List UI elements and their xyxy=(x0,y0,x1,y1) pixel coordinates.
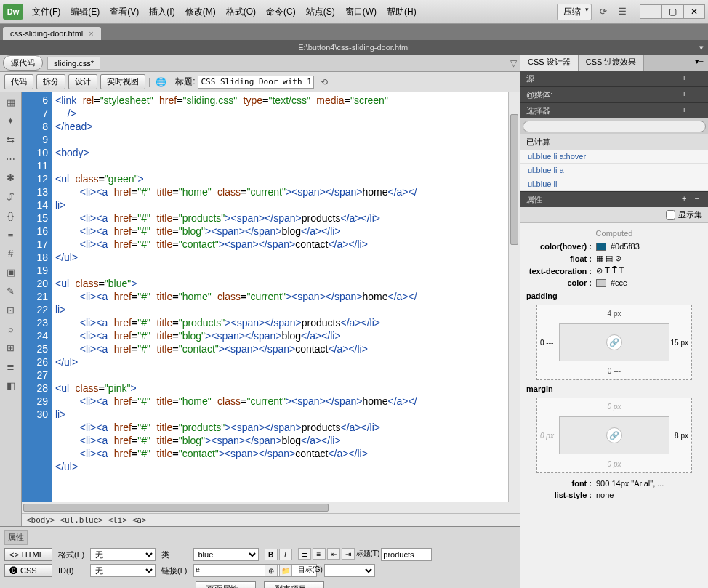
indent-button[interactable]: ⇥ xyxy=(342,548,355,560)
padding-label: padding xyxy=(526,291,702,300)
tool-icon[interactable]: ◧ xyxy=(4,379,17,392)
tag-breadcrumb[interactable]: <body> <ul.blue> <li> <a> xyxy=(22,513,520,526)
link-icon[interactable]: 🔗 xyxy=(606,334,622,350)
refresh-icon[interactable]: ⟲ xyxy=(317,75,331,89)
target-select[interactable] xyxy=(324,564,375,577)
code-editor[interactable]: <link rel="stylesheet" href="sliding.css… xyxy=(52,92,508,502)
menu-insert[interactable]: 插入(I) xyxy=(145,4,179,20)
line-gutter: 6789101112131415161718192021222324252627… xyxy=(22,92,52,502)
italic-button[interactable]: I xyxy=(279,549,292,560)
close-icon[interactable]: × xyxy=(89,29,93,38)
filter-icon[interactable]: ▽ xyxy=(510,58,517,68)
menu-site[interactable]: 站点(S) xyxy=(302,4,339,20)
panel-menu-icon[interactable]: ▾≡ xyxy=(691,55,708,71)
titlebar: Dw 文件(F) 编辑(E) 查看(V) 插入(I) 修改(M) 格式(O) 命… xyxy=(0,0,708,24)
link-target-icon[interactable]: ⊕ xyxy=(265,565,278,576)
tool-icon[interactable]: ▦ xyxy=(4,95,17,108)
properties-panel: 属性 <> HTML 🅒 CSS 格式(F) 无 类 blue B I ≣ ≡ … xyxy=(0,526,520,588)
menu-modify[interactable]: 修改(M) xyxy=(181,4,220,20)
format-label: 格式(F) xyxy=(58,549,84,560)
float-icons[interactable]: ▦ ▤ ⊘ xyxy=(596,254,621,263)
sources-header[interactable]: 源+ − xyxy=(520,71,708,86)
menu-help[interactable]: 帮助(H) xyxy=(382,4,421,20)
layout-compact-button[interactable]: 压缩 xyxy=(557,4,592,20)
tool-icon[interactable]: # xyxy=(4,246,17,259)
code-toolbar: ▦ ✦ ⇆ ⋯ ✱ ⇵ {} ≡ # ▣ ✎ ⊡ ⌕ ⊞ ≣ ◧ xyxy=(0,92,22,526)
file-tab[interactable]: css-sliding-door.html × xyxy=(3,27,101,40)
selector-item[interactable]: ul.blue li a xyxy=(520,164,708,177)
link-icon[interactable]: 🔗 xyxy=(606,427,622,443)
menu-file[interactable]: 文件(F) xyxy=(28,4,65,20)
tool-icon[interactable]: ▣ xyxy=(4,265,17,278)
padding-box-model[interactable]: 4 px 0 --- 15 px 🔗 0 --- xyxy=(536,305,692,380)
tool-icon[interactable]: ⌕ xyxy=(4,322,17,335)
text-deco-icons[interactable]: ⊘ T̲ T̄ T xyxy=(596,266,624,275)
page-properties-button[interactable]: 页面属性... xyxy=(196,581,256,588)
id-label: ID(I) xyxy=(58,566,84,575)
bold-button[interactable]: B xyxy=(265,549,278,560)
list-item-button[interactable]: 列表项目... xyxy=(264,581,324,588)
tool-icon[interactable]: ≣ xyxy=(4,360,17,373)
computed-label: 已计算 xyxy=(520,134,708,150)
outdent-button[interactable]: ⇤ xyxy=(327,548,340,560)
window-maximize-button[interactable]: ▢ xyxy=(661,4,683,19)
id-select[interactable]: 无 xyxy=(90,564,156,577)
menu-format[interactable]: 格式(O) xyxy=(222,4,260,20)
selector-search-input[interactable] xyxy=(523,121,706,132)
source-code-button[interactable]: 源代码 xyxy=(3,55,43,71)
menu-command[interactable]: 命令(C) xyxy=(262,4,300,20)
dropdown-icon[interactable]: ▾ xyxy=(699,43,704,52)
tool-icon[interactable]: ⇵ xyxy=(4,190,17,203)
tool-icon[interactable]: ✎ xyxy=(4,284,17,297)
options-icon[interactable]: ☰ xyxy=(615,4,629,19)
tool-icon[interactable]: ≡ xyxy=(4,227,17,241)
html-mode-button[interactable]: <> HTML xyxy=(4,548,52,561)
tool-icon[interactable]: {} xyxy=(4,209,17,222)
format-select[interactable]: 无 xyxy=(90,548,156,561)
tab-css-designer[interactable]: CSS 设计器 xyxy=(520,55,579,71)
tab-css-transitions[interactable]: CSS 过渡效果 xyxy=(579,55,645,71)
selectors-header[interactable]: 选择器+ − xyxy=(520,102,708,118)
horizontal-scrollbar[interactable] xyxy=(22,502,520,513)
tool-icon[interactable]: ⇆ xyxy=(4,133,17,146)
browse-icon[interactable]: 📁 xyxy=(279,565,292,576)
tool-icon[interactable]: ⊡ xyxy=(4,303,17,316)
tool-icon[interactable]: ✦ xyxy=(4,114,17,127)
color-swatch[interactable] xyxy=(596,243,606,251)
selector-item[interactable]: ul.blue li xyxy=(520,177,708,191)
split-view-button[interactable]: 拆分 xyxy=(36,74,65,89)
color-swatch[interactable] xyxy=(596,279,606,287)
show-set-checkbox[interactable] xyxy=(666,210,675,220)
related-file-tab[interactable]: sliding.css* xyxy=(47,57,100,70)
target-label: 目标(G) xyxy=(298,564,323,576)
menu-edit[interactable]: 编辑(E) xyxy=(66,4,104,20)
ul-button[interactable]: ≣ xyxy=(298,548,311,560)
menu-window[interactable]: 窗口(W) xyxy=(341,4,381,20)
live-view-button[interactable]: 实时视图 xyxy=(100,74,145,89)
title-label: 标题: xyxy=(175,76,195,88)
tool-icon[interactable]: ⊞ xyxy=(4,341,17,354)
design-view-button[interactable]: 设计 xyxy=(68,74,97,89)
tool-icon[interactable]: ⋯ xyxy=(4,152,17,165)
title-input[interactable] xyxy=(381,548,432,561)
properties-header[interactable]: 属性+ − xyxy=(520,191,708,207)
file-path-bar: E:\button4\css-sliding-door.html ▾ xyxy=(0,40,708,55)
menubar: 文件(F) 编辑(E) 查看(V) 插入(I) 修改(M) 格式(O) 命令(C… xyxy=(28,4,557,20)
css-mode-button[interactable]: 🅒 CSS xyxy=(4,564,52,577)
file-tabbar: css-sliding-door.html × xyxy=(0,24,708,40)
menu-view[interactable]: 查看(V) xyxy=(105,4,143,20)
ol-button[interactable]: ≡ xyxy=(313,548,326,560)
window-close-button[interactable]: ✕ xyxy=(683,4,705,19)
code-view-button[interactable]: 代码 xyxy=(4,74,33,89)
globe-icon[interactable]: 🌐 xyxy=(153,75,168,89)
computed-header: Computed xyxy=(526,226,702,241)
tool-icon[interactable]: ✱ xyxy=(4,171,17,184)
sync-icon[interactable]: ⟳ xyxy=(596,4,611,19)
class-select[interactable]: blue xyxy=(193,548,259,561)
media-header[interactable]: @媒体:+ − xyxy=(520,86,708,102)
selector-item[interactable]: ul.blue li a:hover xyxy=(520,150,708,164)
page-title-input[interactable] xyxy=(198,76,314,89)
window-minimize-button[interactable]: — xyxy=(640,4,661,19)
margin-box-model[interactable]: 0 px 0 px 8 px 🔗 0 px xyxy=(536,398,692,473)
vertical-scrollbar[interactable] xyxy=(508,92,520,502)
